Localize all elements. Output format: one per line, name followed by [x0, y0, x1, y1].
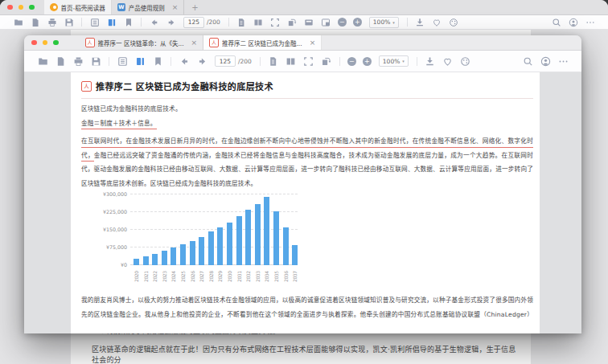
close-tab-icon[interactable]: × [191, 39, 198, 47]
zoom-level-select[interactable]: 100%▾ [379, 55, 409, 67]
x-axis-tick-label: 2031 [236, 267, 242, 282]
foreground-tab-2[interactable]: 人推荐序二 区块链已成为金融...× [203, 35, 322, 50]
foreground-toolbar: /200−+100%▾ [24, 51, 581, 72]
single-page-icon[interactable] [236, 18, 246, 27]
more-icon[interactable] [585, 18, 595, 27]
x-axis-tick-label: 2035 [273, 267, 279, 282]
chevron-down-icon: ▾ [392, 20, 395, 25]
background-paragraph: 区块链革命的逻辑起点就在于此！因为只有分布式网络在工程技术层面能够得以实现，凯文… [92, 345, 521, 364]
foreground-traffic-lights [24, 35, 68, 50]
foreground-document-area[interactable]: 人 推荐序二 区块链已成为金融科技的底层技术 区块链已成为金融科技的底层技术。 … [24, 72, 581, 333]
x-axis-tick-label: 2028 [208, 267, 214, 282]
thumbnail-list-icon[interactable] [117, 56, 128, 67]
foreground-document-page: 人 推荐序二 区块链已成为金融科技的底层技术 区块链已成为金融科技的底层技术。 … [71, 72, 540, 333]
background-toolbar: /200−+100%▾ [0, 15, 608, 30]
thumbnail-list-icon[interactable] [90, 18, 100, 27]
download-icon[interactable] [415, 18, 425, 27]
y-axis-tick-label: ¥225,000 [93, 209, 127, 215]
background-tab-1[interactable]: 首页-稻壳阅读器 [44, 0, 112, 14]
page-number-input[interactable] [215, 55, 236, 67]
tab-label: 首页-稻壳阅读器 [61, 3, 105, 12]
double-page-icon[interactable] [286, 56, 296, 67]
close-tab-icon[interactable]: × [310, 39, 316, 47]
new-tab-button[interactable]: + [184, 0, 205, 14]
fit-page-icon[interactable] [303, 56, 314, 67]
close-button[interactable] [7, 5, 13, 10]
red-underlined-formula: 金融＝制度＋技术＋信息。 [81, 120, 157, 130]
y-axis-tick-label: ¥0 [93, 262, 127, 268]
paragraph-3: 在互联网时代，在金融技术发展日新月异的时代，在金融边缘创新不断向中心地带侵蚀并不… [81, 134, 533, 190]
minimize-button[interactable] [18, 5, 24, 10]
x-axis-tick-label: 2027 [199, 267, 204, 282]
paragraph-4: 我的朋友肖风博士，以极大的努力推动着区块链技术在金融领域的应用，以极高的诚意促进… [81, 293, 533, 321]
rotate-icon[interactable] [321, 56, 331, 67]
back-icon[interactable] [150, 18, 159, 27]
bar-2034 [264, 197, 269, 265]
fullscreen-icon[interactable] [321, 18, 331, 27]
new-file-icon[interactable] [55, 56, 66, 67]
x-axis-tick-label: 2024 [170, 267, 176, 282]
double-page-icon[interactable] [253, 18, 263, 27]
fit-width-icon[interactable] [304, 18, 314, 27]
search-icon[interactable] [552, 18, 561, 27]
pdf-doc-icon: 人 [85, 38, 95, 47]
more-icon[interactable] [558, 56, 569, 67]
x-axis-tick-label: 2037 [292, 267, 298, 282]
open-folder-icon[interactable] [38, 56, 48, 67]
close-button[interactable] [31, 40, 37, 46]
toolbar-separator [417, 57, 417, 66]
theme-icon[interactable] [460, 56, 470, 67]
foreground-tabbar: 人推荐序一 区块链革命：从《失...×人推荐序二 区块链已成为金融...× [24, 35, 581, 51]
bar-2020 [134, 259, 139, 265]
bookmark-icon[interactable] [124, 18, 134, 27]
bar-2031 [236, 216, 242, 265]
fit-page-icon[interactable] [270, 18, 280, 27]
download-icon[interactable] [425, 56, 435, 67]
zoom-button[interactable] [53, 40, 59, 46]
x-axis-tick-label: 2033 [255, 267, 261, 282]
single-page-icon[interactable] [268, 56, 278, 67]
bar-2022 [152, 254, 158, 265]
bookmark-icon[interactable] [153, 56, 163, 67]
docer-logo-icon [50, 3, 58, 11]
rotate-icon[interactable] [287, 18, 297, 27]
y-axis-tick-label: ¥75,000 [93, 244, 127, 250]
save-icon[interactable] [64, 18, 74, 27]
page-number-input[interactable] [183, 17, 204, 28]
vip-icon[interactable] [432, 18, 442, 27]
x-axis-tick-label: 2032 [245, 267, 251, 282]
background-tab-2[interactable]: W产品使用规则× [112, 0, 185, 14]
new-file-icon[interactable] [31, 18, 40, 27]
zoom-out-button[interactable]: − [338, 18, 347, 27]
forward-icon[interactable] [197, 56, 207, 67]
zoom-out-button[interactable]: − [347, 57, 356, 66]
theme-icon[interactable] [449, 18, 458, 27]
save-icon[interactable] [91, 56, 101, 67]
forward-icon[interactable] [166, 18, 176, 27]
zoom-in-button[interactable]: + [363, 57, 372, 66]
page-number-box: /200 [183, 17, 220, 28]
user-icon[interactable] [540, 56, 551, 67]
x-axis-tick-label: 2029 [217, 267, 223, 282]
foreground-tab-1[interactable]: 人推荐序一 区块链革命：从《失...× [80, 35, 204, 50]
user-icon[interactable] [569, 18, 578, 27]
print-icon[interactable] [47, 18, 57, 27]
zoom-in-button[interactable]: + [353, 18, 362, 27]
vip-icon[interactable] [442, 56, 453, 67]
toolbar-separator [109, 57, 109, 66]
back-icon[interactable] [179, 56, 190, 67]
chevron-down-icon: ▾ [402, 59, 405, 63]
search-icon[interactable] [523, 56, 533, 67]
zoom-level-select[interactable]: 100%▾ [369, 17, 399, 28]
x-axis-tick-label: 2022 [152, 267, 158, 282]
close-tab-icon[interactable]: × [172, 4, 179, 11]
word-doc-icon: W [117, 3, 125, 11]
bar-2025 [180, 244, 186, 265]
zoom-button[interactable] [29, 5, 35, 10]
highlight-icon[interactable] [107, 18, 117, 27]
minimize-button[interactable] [43, 40, 48, 46]
bar-2023 [162, 251, 167, 265]
open-folder-icon[interactable] [14, 18, 23, 27]
highlight-icon[interactable] [135, 56, 146, 67]
print-icon[interactable] [73, 56, 84, 67]
